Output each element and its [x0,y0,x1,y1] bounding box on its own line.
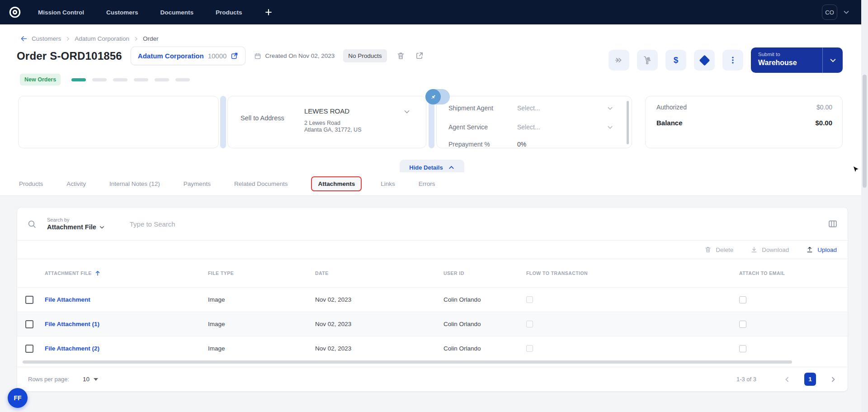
rows-per-page-caret-icon[interactable] [94,378,98,381]
tab-links[interactable]: Links [381,180,395,187]
column-flow-to-transaction[interactable]: FLOW TO TRANSACTION [526,270,739,276]
upload-icon [806,246,813,253]
customer-link[interactable]: Adatum Corporation [138,52,204,60]
back-arrow-icon[interactable] [20,35,28,43]
nav-customers[interactable]: Customers [106,9,138,16]
user-id-cell: Colin Orlando [443,345,526,352]
field-chevron-icon[interactable] [607,105,613,112]
authorized-row: Authorized $0.00 [656,104,832,111]
attach-to-email-checkbox[interactable] [739,321,746,328]
add-new-icon[interactable] [264,8,273,16]
diamond-status-button[interactable] [694,50,715,71]
column-settings-icon[interactable] [828,219,838,229]
field-value[interactable]: Select... [517,123,540,131]
submit-to-warehouse-button[interactable]: Submit to Warehouse [751,47,843,73]
tab-internal-notes[interactable]: Internal Notes (12) [109,180,160,187]
tab-attachments[interactable]: Attachments [311,176,362,191]
flow-to-transaction-checkbox[interactable] [526,296,533,303]
address-name[interactable]: LEWES ROAD [304,107,349,115]
balance-row: Balance $0.00 [656,119,832,127]
status-badge: New Orders [20,74,61,85]
order-progress-bar [71,78,190,81]
progress-segment [175,78,190,81]
delete-order-icon[interactable] [396,52,405,60]
pagination-range: 1-3 of 3 [736,376,756,383]
attach-to-email-checkbox[interactable] [739,345,746,352]
chevron-up-icon [448,164,455,171]
order-page: Mission Control Customers Documents Prod… [0,0,868,412]
flow-to-transaction-checkbox[interactable] [526,321,533,327]
tab-related-documents[interactable]: Related Documents [234,180,288,187]
attachment-file-link[interactable]: File Attachment (2) [45,345,208,352]
field-value[interactable]: Select... [517,104,540,112]
attachment-file-link[interactable]: File Attachment (1) [45,321,208,327]
app-logo-icon[interactable] [8,5,22,19]
attachment-file-link[interactable]: File Attachment [45,296,208,303]
search-input[interactable] [130,220,537,228]
tab-activity[interactable]: Activity [66,180,86,187]
delete-attachment-button[interactable]: Delete [704,246,733,253]
address-dropdown-chevron-icon[interactable] [403,108,410,117]
upload-attachment-button[interactable]: Upload [806,246,837,253]
sell-to-address-card: Sell to Address LEWES ROAD 2 Lewes Road … [227,96,426,148]
column-file-type[interactable]: FILE TYPE [208,270,315,276]
chevron-down-icon [99,224,105,230]
nav-mission-control[interactable]: Mission Control [38,9,84,16]
attachments-panel: Search by Attachment File Delete Downloa… [17,207,848,392]
row-select-checkbox[interactable] [25,320,33,328]
attach-to-email-checkbox[interactable] [739,296,746,303]
nav-documents[interactable]: Documents [160,9,194,16]
submit-dropdown-chevron-icon[interactable] [823,47,843,73]
next-page-icon[interactable] [830,376,837,383]
horizontal-scrollbar[interactable] [23,360,792,364]
page-number-button[interactable]: 1 [804,373,816,386]
more-options-button[interactable] [722,50,743,71]
column-date[interactable]: DATE [315,270,443,276]
row-select-checkbox[interactable] [25,296,33,304]
field-value[interactable]: 0% [517,141,526,148]
search-field-dropdown[interactable]: Attachment File [47,223,105,231]
previous-page-icon[interactable] [783,376,791,383]
date-cell: Nov 02, 2023 [315,345,443,352]
breadcrumb-order: Order [143,35,159,42]
created-on-label: Created On Nov 02, 2023 [265,52,335,59]
page-title: Order S-ORD101856 [17,50,122,62]
breadcrumb-customers[interactable]: Customers [32,35,61,42]
user-avatar[interactable]: CO [822,5,837,20]
card-scrollbar[interactable] [627,101,629,144]
rows-per-page-value[interactable]: 10 [83,376,90,383]
tab-errors[interactable]: Errors [419,180,435,187]
progress-segment [113,78,127,81]
tab-products[interactable]: Products [19,180,43,187]
column-attachment-file[interactable]: ATTACHMENT FILE [45,270,208,276]
nav-products[interactable]: Products [216,9,242,16]
shipment-dolly-button[interactable] [637,50,658,71]
search-by-selector: Search by Attachment File [47,217,105,231]
column-user-id[interactable]: USER ID [443,270,526,276]
field-chevron-icon[interactable] [607,124,613,131]
search-field-value: Attachment File [47,223,96,231]
field-label: Shipment Agent [448,104,517,112]
open-customer-icon[interactable] [231,52,238,60]
page-scrollbar-track [861,0,868,412]
row-select-checkbox[interactable] [25,345,33,353]
payment-dollar-button[interactable]: $ [665,50,686,71]
breadcrumb-customer-name[interactable]: Adatum Corporation [75,35,129,42]
tab-payments[interactable]: Payments [184,180,211,187]
progress-segment [155,78,169,81]
flow-to-transaction-checkbox[interactable] [526,345,533,352]
pin-icon[interactable] [425,89,441,104]
card-divider [220,96,226,148]
page-scrollbar-thumb[interactable] [863,75,867,188]
skip-forward-button[interactable] [609,50,629,71]
sort-ascending-icon[interactable] [94,270,101,276]
user-fab-avatar[interactable]: FF [8,388,28,408]
address-line2: Atlanta GA, 31772, US [304,127,361,133]
column-attach-to-email[interactable]: ATTACH TO EMAIL [739,270,848,276]
sell-to-address-label: Sell to Address [241,114,284,122]
prepayment-field: Prepayment % 0% [448,141,613,148]
external-link-icon[interactable] [415,52,424,60]
download-attachment-button[interactable]: Download [750,246,789,253]
user-menu-chevron-icon[interactable] [843,9,850,16]
order-header: Order S-ORD101856 Adatum Corporation 100… [17,47,424,65]
